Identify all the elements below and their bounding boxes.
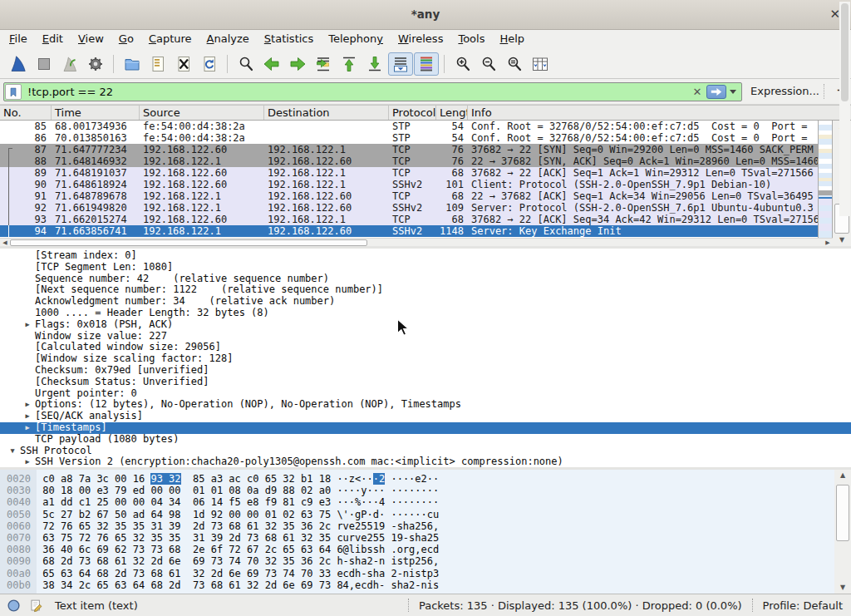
capture-options-button[interactable] <box>83 52 108 76</box>
hex-row-0070[interactable]: 0070 63 75 72 76 65 32 35 35 31 39 2d 73… <box>0 532 851 544</box>
column-destination[interactable]: Destination <box>264 106 389 120</box>
packet-row-93[interactable]: 9371.662015274192.168.122.60192.168.122.… <box>0 214 818 225</box>
menu-view[interactable]: View <box>71 30 111 47</box>
hex-scrollbar[interactable]: ▲ ▼ <box>834 470 851 594</box>
stop-capture-button[interactable] <box>32 52 57 76</box>
menu-go[interactable]: Go <box>111 30 141 47</box>
menu-telephony[interactable]: Telephony <box>321 30 391 47</box>
hex-row-0020[interactable]: 0020 c0 a8 7a 3c 00 16 93 32 85 a3 ac c0… <box>0 473 851 485</box>
filter-clear-icon[interactable]: ✕ <box>690 86 705 98</box>
hex-row-00a0[interactable]: 00a0 65 63 64 68 2d 73 68 61 32 2d 6e 69… <box>0 568 851 579</box>
filter-apply-button[interactable] <box>706 85 726 99</box>
hex-row-0060[interactable]: 0060 72 76 65 32 35 35 31 39 2d 73 68 61… <box>0 520 851 532</box>
hex-row-00b0[interactable]: 00b0 38 34 2c 65 63 64 68 2d 73 68 61 32… <box>0 579 851 591</box>
go-to-first-button[interactable] <box>337 52 362 76</box>
menu-analyze[interactable]: Analyze <box>199 30 257 47</box>
zoom-reset-button[interactable] <box>502 52 527 76</box>
expert-info-icon[interactable] <box>7 599 21 613</box>
reload-file-button[interactable] <box>197 52 222 76</box>
hex-row-0050[interactable]: 0050 5c 27 b2 67 50 ad 64 98 1d 92 00 00… <box>0 509 851 520</box>
packet-list-hscrollbar[interactable]: ◀ ▶ <box>0 238 833 246</box>
open-file-button[interactable] <box>120 52 145 76</box>
details-scrollbar[interactable] <box>839 2 850 216</box>
expression-button[interactable]: Expression... <box>750 85 819 97</box>
resize-columns-button[interactable] <box>528 52 553 76</box>
detail-line[interactable]: ▶SSH Version 2 (encryption:chacha20-poly… <box>0 456 851 467</box>
menu-wireless[interactable]: Wireless <box>391 30 450 47</box>
expander-closed-icon[interactable]: ▶ <box>20 399 35 411</box>
menu-tools[interactable]: Tools <box>450 30 492 47</box>
hex-scroll-down-icon[interactable]: ▼ <box>834 582 851 594</box>
packet-list-header[interactable]: No. Time Source Destination Protocol Len… <box>0 105 851 121</box>
expander-closed-icon[interactable]: ▶ <box>20 319 35 331</box>
detail-line[interactable]: [Window size scaling factor: 128] <box>0 353 851 365</box>
filter-bookmark-icon[interactable] <box>5 84 22 100</box>
detail-line[interactable]: Window size value: 227 <box>0 331 851 342</box>
column-info[interactable]: Info <box>468 106 851 120</box>
packet-row-91[interactable]: 9171.648789678192.168.122.1192.168.122.6… <box>0 190 818 202</box>
save-file-button[interactable] <box>145 52 170 76</box>
go-to-last-button[interactable] <box>362 52 387 76</box>
hex-row-0030[interactable]: 0030 80 18 00 e3 79 ed 00 00 01 01 08 0a… <box>0 485 851 496</box>
detail-line[interactable]: Acknowledgment number: 34 (relative ack … <box>0 296 851 308</box>
profile-text[interactable]: Profile: Default <box>763 599 843 612</box>
details-scroll-thumb[interactable] <box>841 3 849 101</box>
detail-line[interactable]: ▶Options: (12 bytes), No-Operation (NOP)… <box>0 399 851 411</box>
hex-scroll-thumb[interactable] <box>836 485 849 541</box>
detail-line[interactable]: Sequence number: 42 (relative sequence n… <box>0 274 851 285</box>
filter-dropdown-icon[interactable] <box>730 90 736 94</box>
capture-comment-icon[interactable] <box>29 599 43 613</box>
display-filter-input[interactable]: !tcp.port == 22 ✕ <box>3 82 742 101</box>
packet-row-94[interactable]: 9471.663856741192.168.122.1192.168.122.6… <box>0 225 818 237</box>
find-packet-button[interactable] <box>234 52 258 76</box>
detail-line[interactable]: ▶[SEQ/ACK analysis] <box>0 411 851 422</box>
colorize-button[interactable] <box>414 52 439 76</box>
column-time[interactable]: Time <box>52 106 140 120</box>
auto-scroll-button[interactable] <box>388 52 413 76</box>
restart-capture-button[interactable] <box>57 52 82 76</box>
column-source[interactable]: Source <box>140 106 264 120</box>
detail-line[interactable]: Urgent pointer: 0 <box>0 388 851 400</box>
hex-row-0040[interactable]: 0040 a1 dd c1 25 00 00 04 34 06 14 f5 e8… <box>0 496 851 508</box>
expander-closed-icon[interactable]: ▶ <box>20 422 35 434</box>
detail-line[interactable]: ▼SSH Protocol <box>0 446 851 457</box>
menu-edit[interactable]: Edit <box>35 30 71 47</box>
close-file-button[interactable] <box>171 52 196 76</box>
zoom-out-button[interactable] <box>476 52 501 76</box>
start-capture-button[interactable] <box>6 52 31 76</box>
expander-closed-icon[interactable]: ▶ <box>20 456 35 467</box>
filter-text[interactable]: !tcp.port == 22 <box>22 86 690 98</box>
packet-list-minimap[interactable] <box>818 121 833 238</box>
detail-line[interactable]: Checksum: 0x79ed [unverified] <box>0 365 851 377</box>
go-back-button[interactable] <box>259 52 284 76</box>
packet-row-90[interactable]: 9071.648618924192.168.122.60192.168.122.… <box>0 179 818 190</box>
column-no[interactable]: No. <box>0 106 52 120</box>
detail-line[interactable]: 1000 .... = Header Length: 32 bytes (8) <box>0 308 851 319</box>
expander-closed-icon[interactable]: ▶ <box>20 411 35 422</box>
title-bar[interactable]: *any ✕ <box>0 0 851 30</box>
menu-help[interactable]: Help <box>492 30 532 47</box>
detail-line[interactable]: ▶[Timestamps] <box>0 422 851 434</box>
menu-file[interactable]: File <box>2 30 35 47</box>
detail-line[interactable]: [TCP Segment Len: 1080] <box>0 262 851 274</box>
detail-line[interactable]: [Calculated window size: 29056] <box>0 342 851 353</box>
packet-row-92[interactable]: 9271.661949820192.168.122.1192.168.122.6… <box>0 202 818 214</box>
hex-row-0080[interactable]: 0080 36 40 6c 69 62 73 73 68 2e 6f 72 67… <box>0 544 851 555</box>
column-length[interactable]: Length <box>436 106 468 120</box>
packet-row-86[interactable]: 8670.013850163fe:54:00:d4:38:2aSTP54Conf… <box>0 132 818 144</box>
packet-row-87[interactable]: 8771.647777234192.168.122.60192.168.122.… <box>0 144 818 155</box>
hex-row-0090[interactable]: 0090 68 2d 73 68 61 32 2d 6e 69 73 74 70… <box>0 555 851 567</box>
hscroll-thumb[interactable] <box>10 239 367 246</box>
hex-scroll-up-icon[interactable]: ▲ <box>834 470 851 481</box>
detail-line[interactable]: ▶Flags: 0x018 (PSH, ACK) <box>0 319 851 331</box>
packet-row-85[interactable]: 8568.001734936fe:54:00:d4:38:2aSTP54Conf… <box>0 121 818 132</box>
menu-capture[interactable]: Capture <box>141 30 199 47</box>
detail-line[interactable]: TCP payload (1080 bytes) <box>0 434 851 446</box>
menu-statistics[interactable]: Statistics <box>257 30 321 47</box>
go-to-packet-button[interactable] <box>311 52 336 76</box>
detail-line[interactable]: [Checksum Status: Unverified] <box>0 377 851 388</box>
column-protocol[interactable]: Protocol <box>389 106 436 120</box>
scroll-down-icon[interactable]: ▼ <box>833 234 851 246</box>
detail-line[interactable]: [Stream index: 0] <box>0 250 851 262</box>
go-forward-button[interactable] <box>285 52 310 76</box>
